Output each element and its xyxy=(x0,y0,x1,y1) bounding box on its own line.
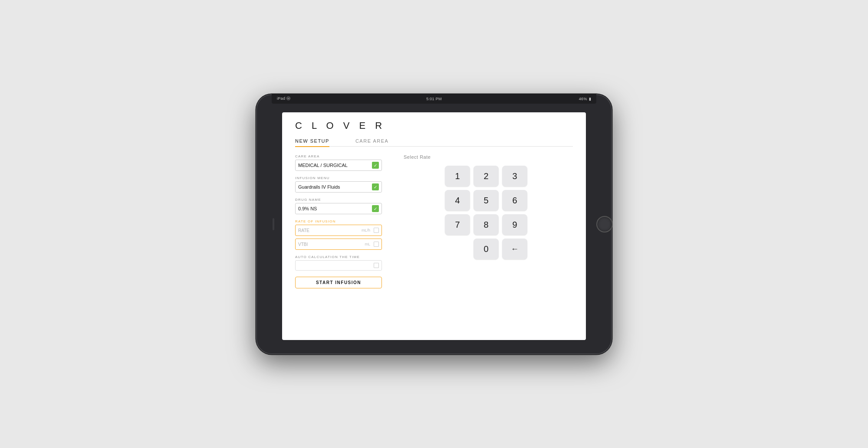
numpad-1-button[interactable]: 1 xyxy=(445,166,470,186)
numpad-4-button[interactable]: 4 xyxy=(445,190,470,211)
side-button xyxy=(273,218,274,230)
rate-placeholder: RATE xyxy=(298,228,309,233)
drug-name-select[interactable]: 0.9% NS ✓ xyxy=(295,203,382,214)
care-area-value: MEDICAL / SURGICAL xyxy=(298,163,348,168)
drug-name-group: DRUG NAME 0.9% NS ✓ xyxy=(295,198,382,214)
app-logo: C L O V E R xyxy=(295,120,573,131)
rate-unit: mL/h xyxy=(362,228,370,232)
numpad-3-button[interactable]: 3 xyxy=(502,166,527,186)
drug-name-check-icon: ✓ xyxy=(372,205,379,212)
numpad-7-button[interactable]: 7 xyxy=(445,214,470,235)
drug-name-value: 0.9% NS xyxy=(298,206,317,211)
numpad-2-button[interactable]: 2 xyxy=(473,166,499,186)
time-display: 5:01 PM xyxy=(426,97,442,101)
app-screen: C L O V E R NEW SETUP CARE AREA CARE ARE… xyxy=(282,112,586,340)
battery-display: 46% xyxy=(579,97,587,101)
empty-cell xyxy=(445,239,470,259)
battery-icon: ▮ xyxy=(589,97,591,101)
numpad-8-button[interactable]: 8 xyxy=(473,214,499,235)
care-area-select[interactable]: MEDICAL / SURGICAL ✓ xyxy=(295,160,382,171)
vtbi-placeholder: VTBI xyxy=(298,242,308,247)
infusion-menu-group: INFUSION MENU Guardrails IV Fluids ✓ xyxy=(295,176,382,193)
numpad: 1234567890← xyxy=(445,166,527,259)
care-area-check-icon: ✓ xyxy=(372,162,379,169)
app-header: C L O V E R NEW SETUP CARE AREA xyxy=(282,112,586,147)
auto-calc-group: AUTO CALCULATION THE TIME xyxy=(295,255,382,271)
nav-tabs: NEW SETUP CARE AREA xyxy=(295,136,573,147)
numpad-6-button[interactable]: 6 xyxy=(502,190,527,211)
status-bar: iPad ⓦ 5:01 PM 46% ▮ xyxy=(272,94,596,104)
vtbi-checkbox[interactable] xyxy=(374,242,379,247)
infusion-menu-select[interactable]: Guardrails IV Fluids ✓ xyxy=(295,181,382,193)
auto-calc-field[interactable] xyxy=(295,260,382,271)
drug-name-label: DRUG NAME xyxy=(295,198,382,202)
numpad-5-button[interactable]: 5 xyxy=(473,190,499,211)
select-rate-label: Select Rate xyxy=(404,154,431,160)
care-area-label: CARE AREA xyxy=(295,154,382,158)
auto-calc-label: AUTO CALCULATION THE TIME xyxy=(295,255,382,259)
backspace-button[interactable]: ← xyxy=(502,239,527,259)
backspace-icon: ← xyxy=(511,245,519,254)
vtbi-input-field[interactable]: VTBI mL xyxy=(295,239,382,250)
auto-calc-checkbox[interactable] xyxy=(374,263,379,268)
infusion-menu-value: Guardrails IV Fluids xyxy=(298,184,340,190)
left-panel: CARE AREA MEDICAL / SURGICAL ✓ INFUSION … xyxy=(295,147,382,333)
rate-input-field[interactable]: RATE mL/h xyxy=(295,225,382,236)
infusion-menu-check-icon: ✓ xyxy=(372,183,379,190)
numpad-0-button[interactable]: 0 xyxy=(473,239,499,259)
home-button[interactable] xyxy=(596,216,613,232)
rate-of-infusion-group: RATE OF INFUSION RATE mL/h VTBI mL xyxy=(295,219,382,250)
ipad-label: iPad ⓦ xyxy=(277,96,290,101)
right-panel: Select Rate 1234567890← xyxy=(399,147,573,333)
rate-of-infusion-label: RATE OF INFUSION xyxy=(295,219,382,223)
numpad-9-button[interactable]: 9 xyxy=(502,214,527,235)
rate-checkbox[interactable] xyxy=(374,228,379,233)
vtbi-unit: mL xyxy=(365,242,370,246)
tab-new-setup[interactable]: NEW SETUP xyxy=(295,136,329,146)
ipad-device: iPad ⓦ 5:01 PM 46% ▮ C L O V E R NEW SET… xyxy=(256,94,612,354)
care-area-group: CARE AREA MEDICAL / SURGICAL ✓ xyxy=(295,154,382,171)
main-content: CARE AREA MEDICAL / SURGICAL ✓ INFUSION … xyxy=(282,147,586,340)
tab-care-area[interactable]: CARE AREA xyxy=(355,136,388,146)
start-infusion-button[interactable]: START INFUSION xyxy=(295,277,382,288)
infusion-menu-label: INFUSION MENU xyxy=(295,176,382,180)
